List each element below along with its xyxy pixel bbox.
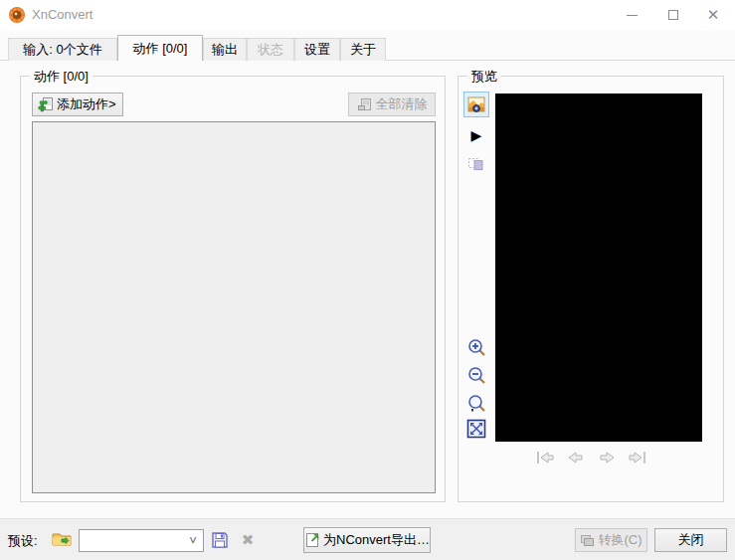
preview-toggle-button[interactable] — [463, 92, 489, 117]
close-icon: ✕ — [707, 6, 720, 24]
delete-x-icon: ✖ — [242, 531, 255, 549]
tab-input[interactable]: 输入: 0个文件 — [8, 38, 117, 61]
tab-actions[interactable]: 动作 [0/0] — [117, 35, 203, 61]
zoom-in-icon — [467, 338, 486, 357]
actions-panel: 动作 [0/0] 添加动作> 全部清除 — [20, 76, 446, 502]
preview-panel: 预览 ▶ — [458, 76, 724, 502]
bottom-bar: 预设: ˅ ✖ — [0, 518, 735, 560]
clear-all-icon — [357, 96, 373, 112]
preset-select[interactable]: ˅ — [79, 529, 204, 552]
nav-last-button — [627, 449, 648, 467]
chevron-down-icon: ˅ — [183, 533, 203, 548]
play-icon: ▶ — [471, 127, 482, 143]
preview-canvas[interactable] — [495, 93, 702, 442]
zoom-out-icon — [467, 366, 486, 385]
actions-panel-title: 动作 [0/0] — [30, 68, 92, 86]
nav-previous-button — [565, 449, 587, 467]
app-logo-icon — [8, 6, 26, 24]
magnifier-icon — [467, 394, 486, 413]
nav-first-button — [534, 449, 556, 467]
open-preset-button[interactable] — [50, 528, 74, 550]
folder-icon — [52, 530, 72, 548]
minimize-icon — [627, 15, 638, 16]
add-action-icon — [38, 96, 54, 112]
tab-bar: 输入: 0个文件 动作 [0/0] 输出 状态 设置 关于 — [0, 35, 735, 61]
close-button[interactable]: 关闭 — [654, 528, 727, 552]
nav-next-button — [596, 449, 618, 467]
nav-first-icon — [534, 449, 556, 467]
minimize-button[interactable] — [612, 0, 651, 30]
maximize-button[interactable] — [653, 0, 693, 30]
preview-panel-title: 预览 — [467, 68, 501, 86]
play-button[interactable]: ▶ — [463, 122, 489, 148]
save-preset-button[interactable] — [208, 529, 232, 551]
add-action-label: 添加动作> — [57, 95, 116, 113]
image-preview-icon — [467, 95, 485, 113]
export-icon — [304, 532, 320, 548]
tab-settings[interactable]: 设置 — [294, 38, 340, 61]
zoom-out-button[interactable] — [463, 362, 489, 388]
clear-all-label: 全部清除 — [376, 95, 428, 113]
delete-preset-button: ✖ — [236, 529, 260, 551]
window-title: XnConvert — [32, 7, 92, 22]
save-icon — [211, 531, 229, 549]
zoom-original-button[interactable] — [463, 390, 489, 416]
add-action-button[interactable]: 添加动作> — [32, 93, 123, 116]
compare-icon — [467, 154, 485, 172]
nav-last-icon — [627, 449, 648, 467]
actions-list[interactable] — [32, 121, 436, 493]
compare-button — [463, 150, 489, 176]
zoom-in-button[interactable] — [463, 334, 489, 360]
convert-icon — [580, 534, 595, 547]
clear-all-button: 全部清除 — [348, 93, 436, 116]
export-nconvert-button[interactable]: 为NConvert导出… — [303, 527, 431, 553]
close-label: 关闭 — [678, 531, 704, 549]
convert-button: 转换(C) — [575, 528, 647, 552]
convert-label: 转换(C) — [598, 531, 642, 549]
close-window-button[interactable]: ✕ — [693, 0, 733, 30]
nav-next-icon — [596, 449, 618, 467]
tab-output[interactable]: 输出 — [203, 38, 247, 61]
tab-about[interactable]: 关于 — [340, 38, 386, 61]
tab-status: 状态 — [247, 38, 294, 61]
maximize-icon — [668, 10, 678, 20]
fit-icon — [466, 419, 486, 439]
preview-nav — [459, 449, 723, 467]
nav-previous-icon — [565, 449, 587, 467]
fit-to-window-button[interactable] — [463, 416, 489, 442]
titlebar: XnConvert ✕ — [0, 0, 735, 31]
presets-label: 预设: — [8, 532, 38, 550]
export-nconvert-label: 为NConvert导出… — [323, 531, 430, 549]
